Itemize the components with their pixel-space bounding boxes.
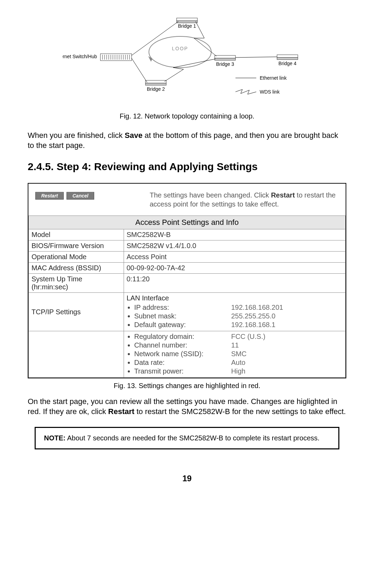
msg-line1: The settings have been changed. Click (150, 191, 271, 199)
table-row: Model SMC2582W-B (29, 229, 346, 240)
svg-rect-17 (177, 18, 197, 21)
para2-bold: Restart (108, 407, 134, 416)
figure-12-caption: Fig. 12. Network topology containing a l… (28, 112, 346, 120)
ssid-key: Network name (SSID): (134, 350, 231, 358)
txpower-value: High (231, 367, 246, 375)
figure-13-caption: Fig. 13. Settings changes are highlighte… (28, 382, 346, 390)
gateway-key: Default gateway: (134, 321, 231, 329)
txpower-key: Transmit power: (134, 367, 231, 375)
note-text: About 7 seconds are needed for the SMC25… (65, 434, 319, 442)
msg-restart-word: Restart (271, 191, 295, 199)
uptime-label: System Up Time (hr:min:sec) (29, 274, 124, 293)
uptime-value: 0:11:20 (124, 274, 346, 293)
legend-wds: WDS link (260, 89, 280, 95)
bios-label: BIOS/Firmware Version (29, 240, 124, 252)
para1-bold: Save (125, 131, 142, 140)
para2-suffix: to restart the SMC2582W-B for the new se… (134, 407, 346, 416)
ip-key: IP address: (134, 304, 231, 311)
model-value: SMC2582W-B (124, 229, 346, 240)
tcpip-value: LAN Interface IP address:192.168.168.201… (124, 293, 346, 331)
opmode-value: Access Point (124, 252, 346, 263)
table-row: Regulatory domain:FCC (U.S.) Channel num… (29, 331, 346, 378)
svg-rect-0 (100, 54, 132, 61)
loop-label: LOOP (172, 46, 188, 51)
svg-line-27 (235, 57, 277, 58)
subnet-key: Subnet mask: (134, 312, 231, 320)
subnet-value: 255.255.255.0 (231, 312, 276, 320)
table-group-header: Access Point Settings and Info (29, 216, 346, 229)
tcpip-label: TCP/IP Settings (29, 293, 124, 331)
reg-key: Regulatory domain: (134, 333, 231, 341)
ssid-value: SMC (231, 350, 247, 358)
switch-label: Ethernet Switch/Hub (62, 54, 97, 59)
chan-key: Channel number: (134, 341, 231, 349)
svg-point-15 (149, 36, 211, 68)
svg-rect-22 (215, 58, 235, 60)
svg-line-26 (132, 58, 147, 82)
svg-rect-24 (277, 58, 298, 60)
section-heading: 2.4.5. Step 4: Reviewing and Applying Se… (28, 161, 346, 173)
settings-screenshot: Restart Cancel The settings have been ch… (28, 183, 346, 378)
svg-rect-21 (215, 55, 235, 58)
legend-ethernet: Ethernet link (260, 75, 287, 81)
opmode-label: Operational Mode (29, 252, 124, 263)
para1-prefix: When you are finished, click (28, 131, 125, 140)
topology-diagram: Ethernet Switch/Hub LOOP Bridge 1 Bridge… (28, 14, 346, 105)
bridge3-label: Bridge 3 (216, 61, 234, 67)
chan-value: 11 (231, 341, 239, 349)
restart-button[interactable]: Restart (35, 192, 64, 200)
cancel-button[interactable]: Cancel (66, 192, 94, 200)
svg-rect-20 (145, 83, 166, 85)
table-row: System Up Time (hr:min:sec) 0:11:20 (29, 274, 346, 293)
lan-interface-heading: LAN Interface (127, 294, 343, 302)
page-number: 19 (28, 474, 346, 483)
bridge4-label: Bridge 4 (278, 61, 296, 66)
wireless-value: Regulatory domain:FCC (U.S.) Channel num… (124, 331, 346, 378)
bridge1-label: Bridge 1 (178, 23, 196, 29)
table-row: Operational Mode Access Point (29, 252, 346, 263)
settings-changed-message: The settings have been changed. Click Re… (150, 191, 339, 209)
svg-line-25 (132, 21, 178, 55)
model-label: Model (29, 229, 124, 240)
table-row: TCP/IP Settings LAN Interface IP address… (29, 293, 346, 331)
bios-value: SMC2582W v1.4/1.0.0 (124, 240, 346, 252)
svg-rect-19 (145, 80, 166, 83)
gateway-value: 192.168.168.1 (231, 321, 276, 329)
note-box: NOTE: About 7 seconds are needed for the… (35, 427, 339, 449)
ip-value: 192.168.168.201 (231, 304, 283, 311)
rate-key: Data rate: (134, 359, 231, 367)
table-row: MAC Address (BSSID) 00-09-92-00-7A-42 (29, 263, 346, 274)
settings-table: Access Point Settings and Info Model SMC… (28, 216, 346, 378)
reg-value: FCC (U.S.) (231, 333, 266, 341)
svg-rect-23 (277, 55, 298, 58)
paragraph-restart: On the start page, you can review all th… (28, 397, 346, 416)
paragraph-save: When you are finished, click Save at the… (28, 131, 346, 150)
rate-value: Auto (231, 359, 246, 367)
bridge2-label: Bridge 2 (147, 86, 165, 92)
mac-value: 00-09-92-00-7A-42 (124, 263, 346, 274)
mac-label: MAC Address (BSSID) (29, 263, 124, 274)
table-row: BIOS/Firmware Version SMC2582W v1.4/1.0.… (29, 240, 346, 252)
svg-rect-18 (177, 21, 197, 23)
note-label: NOTE: (44, 434, 65, 442)
wireless-label (29, 331, 124, 378)
